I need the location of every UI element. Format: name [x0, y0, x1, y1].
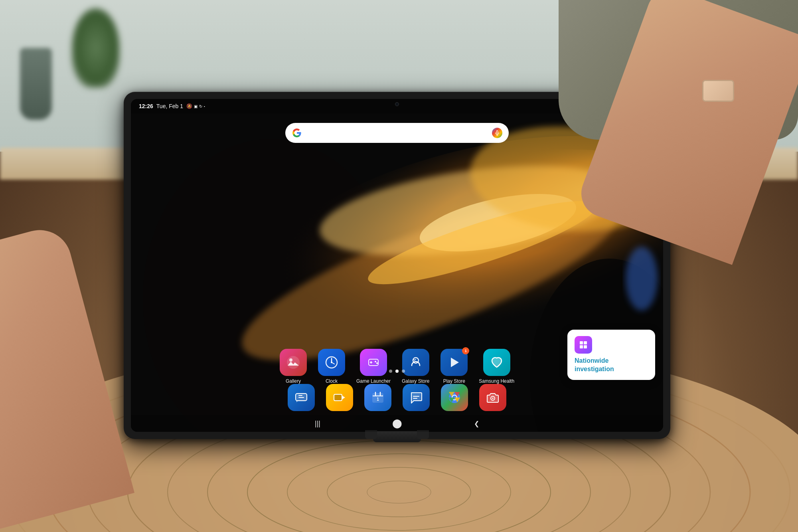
svg-point-31: [375, 361, 376, 362]
app-row-2: 1: [131, 384, 663, 411]
status-bar-left: 12:26 Tue, Feb 1 🔕 ▣ ↻ •: [139, 103, 205, 109]
play-store-icon: 1: [440, 349, 468, 376]
app-gallery[interactable]: Gallery: [280, 349, 307, 384]
search-input[interactable]: [306, 123, 488, 143]
app-calendar[interactable]: 1: [364, 384, 391, 411]
svg-marker-37: [342, 396, 345, 399]
video-icon: [326, 384, 353, 411]
svg-rect-51: [584, 341, 587, 344]
calendar-icon: 1: [364, 384, 391, 411]
app-samsung-health[interactable]: Samsung Health: [479, 349, 514, 384]
galaxy-store-label: Galaxy Store: [402, 378, 429, 384]
clock-icon: [318, 349, 345, 376]
dot-3: [402, 370, 405, 373]
background-plant-left: [72, 8, 120, 88]
samsung-health-label: Samsung Health: [479, 378, 514, 384]
watch: [702, 80, 734, 102]
svg-rect-36: [334, 394, 342, 401]
svg-rect-50: [580, 341, 583, 344]
app-camera[interactable]: [479, 384, 506, 411]
app-game-launcher[interactable]: Game Launcher: [356, 349, 391, 384]
google-logo: [292, 128, 302, 138]
app-video[interactable]: [326, 384, 353, 411]
svg-point-27: [331, 362, 332, 363]
play-store-badge: 1: [462, 347, 469, 354]
nav-back[interactable]: ❮: [474, 420, 479, 427]
app-play-store[interactable]: 1 Play Store: [440, 349, 468, 384]
app-clock[interactable]: Clock: [318, 349, 345, 384]
mic-icon[interactable]: [492, 128, 502, 138]
svg-rect-52: [580, 345, 583, 348]
tablet-stand: [373, 431, 421, 442]
dnd-icon: 🔕: [186, 103, 192, 109]
sync-icon: ↻: [199, 104, 202, 109]
clock-label: Clock: [326, 378, 338, 384]
svg-point-22: [287, 356, 300, 369]
front-camera: [395, 102, 399, 106]
galaxy-store-icon: [402, 349, 429, 376]
svg-point-23: [289, 358, 292, 362]
chrome-icon: [441, 384, 468, 411]
notification-app-icon: [575, 336, 592, 354]
gallery-icon: [280, 349, 307, 376]
sms-icon: [403, 384, 430, 411]
app-sms[interactable]: [403, 384, 430, 411]
dot-icon: •: [204, 105, 205, 108]
background-vase: [20, 48, 52, 120]
game-launcher-label: Game Launcher: [356, 378, 391, 384]
nav-home[interactable]: ⬤: [392, 418, 402, 429]
notification-popup[interactable]: Nationwide investigation: [567, 330, 655, 380]
status-time: 12:26: [139, 103, 153, 109]
nav-bar: ||| ⬤ ❮: [131, 415, 663, 432]
dot-1: [389, 370, 392, 373]
tablet-screen[interactable]: 12:26 Tue, Feb 1 🔕 ▣ ↻ • 📶 🔋 79%: [131, 99, 663, 432]
nav-recents[interactable]: |||: [315, 419, 320, 428]
game-launcher-icon: [360, 349, 387, 376]
app-galaxy-store[interactable]: Galaxy Store: [402, 349, 429, 384]
camera-icon: [479, 384, 506, 411]
tablet-body: 12:26 Tue, Feb 1 🔕 ▣ ↻ • 📶 🔋 79%: [124, 92, 670, 439]
svg-marker-34: [451, 358, 459, 367]
status-icons: 🔕 ▣ ↻ •: [186, 103, 205, 109]
status-date: Tue, Feb 1: [156, 103, 183, 109]
svg-point-21: [626, 247, 658, 310]
tablet: 12:26 Tue, Feb 1 🔕 ▣ ↻ • 📶 🔋 79%: [124, 92, 670, 439]
page-dots: [389, 370, 405, 373]
samsung-health-icon: [483, 349, 510, 376]
screenshot-icon: ▣: [194, 104, 198, 109]
app-messages-b[interactable]: [288, 384, 315, 411]
app-chrome[interactable]: [441, 384, 468, 411]
play-store-label: Play Store: [443, 378, 465, 384]
notification-text: Nationwide investigation: [575, 357, 614, 372]
svg-rect-53: [584, 345, 587, 348]
messages-b-icon: [288, 384, 315, 411]
search-bar[interactable]: [285, 123, 509, 143]
dot-2: [395, 370, 399, 373]
gallery-label: Gallery: [286, 378, 301, 384]
svg-text:1: 1: [377, 397, 379, 401]
svg-point-49: [492, 398, 494, 399]
svg-point-32: [376, 362, 378, 364]
